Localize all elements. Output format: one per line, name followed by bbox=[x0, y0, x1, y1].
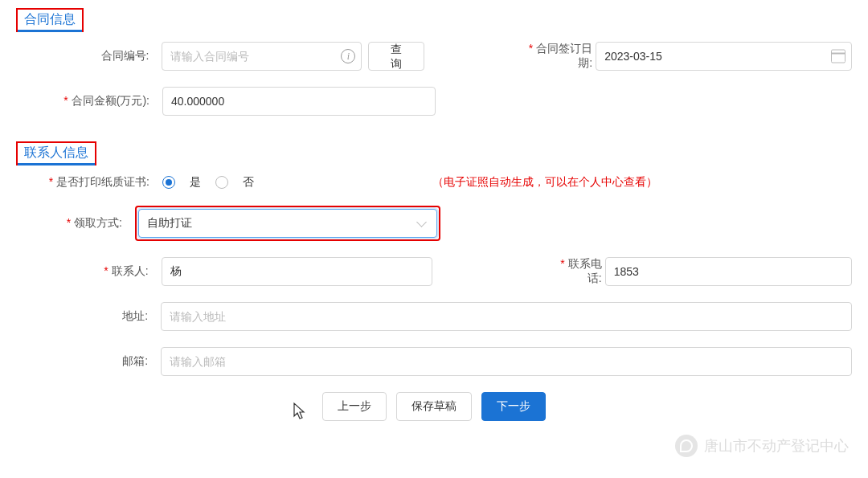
contact-phone-input[interactable] bbox=[605, 257, 852, 286]
label-sign-date: *合同签订日期: bbox=[514, 42, 596, 71]
prev-button[interactable]: 上一步 bbox=[322, 392, 387, 421]
label-collect-method: *领取方式: bbox=[16, 216, 125, 231]
address-input[interactable] bbox=[161, 302, 852, 331]
label-contract-amount: *合同金额(万元): bbox=[16, 94, 153, 108]
calendar-icon[interactable] bbox=[831, 50, 845, 63]
sign-date-input[interactable] bbox=[596, 42, 852, 71]
contact-person-input[interactable] bbox=[162, 257, 432, 286]
radio-yes[interactable] bbox=[162, 176, 175, 189]
watermark: 唐山市不动产登记中心 bbox=[675, 435, 849, 457]
label-contact-person: *联系人: bbox=[16, 264, 152, 279]
cursor-icon bbox=[291, 402, 309, 423]
cert-note: （电子证照自动生成，可以在个人中心查看） bbox=[432, 175, 657, 190]
save-draft-button[interactable]: 保存草稿 bbox=[396, 392, 472, 421]
section-title-contact: 联系人信息 bbox=[16, 141, 96, 165]
collect-method-value: 自助打证 bbox=[147, 216, 192, 231]
collect-method-select[interactable]: 自助打证 bbox=[138, 209, 437, 238]
info-icon[interactable]: i bbox=[341, 49, 355, 63]
label-contract-no: 合同编号: bbox=[16, 49, 152, 63]
label-address: 地址: bbox=[16, 309, 151, 324]
next-button[interactable]: 下一步 bbox=[481, 392, 546, 421]
chevron-down-icon bbox=[416, 217, 427, 227]
radio-no-label: 否 bbox=[243, 175, 254, 190]
wechat-icon bbox=[675, 435, 698, 457]
radio-no[interactable] bbox=[215, 176, 228, 189]
section-title-contract: 合同信息 bbox=[16, 8, 84, 32]
label-email: 邮箱: bbox=[16, 354, 151, 369]
query-button[interactable]: 查 询 bbox=[368, 42, 424, 71]
label-contact-phone: *联系电话: bbox=[547, 257, 605, 286]
radio-yes-label: 是 bbox=[190, 175, 201, 190]
email-input[interactable] bbox=[161, 347, 852, 376]
contract-amount-input[interactable] bbox=[162, 87, 436, 116]
label-print-cert: *是否打印纸质证书: bbox=[16, 175, 153, 190]
contract-no-input[interactable] bbox=[162, 42, 362, 71]
